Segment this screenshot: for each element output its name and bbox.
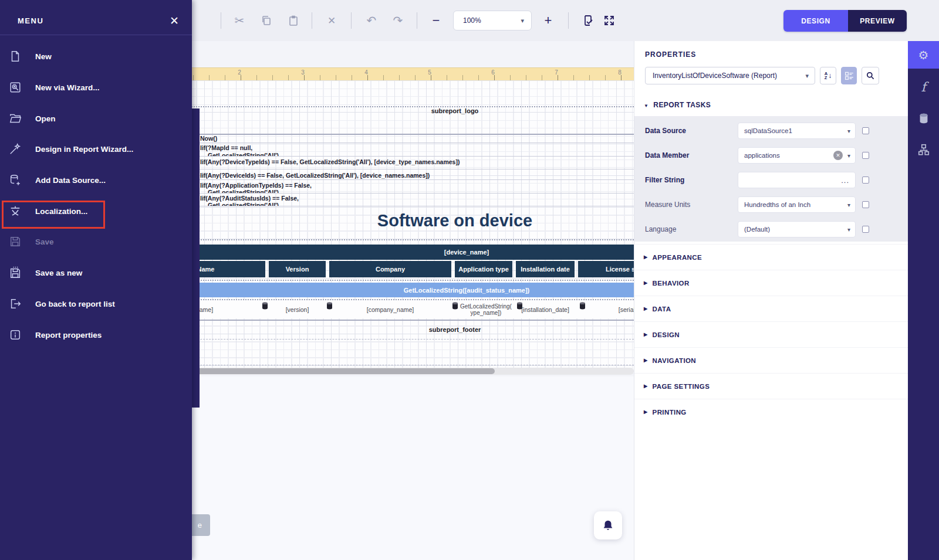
clear-icon[interactable]: ✕ [833,151,843,160]
menu-item-new-via-wizard[interactable]: New via Wizard... [0,75,192,100]
menu-item-label: Save [35,237,54,246]
formula-mapid[interactable]: Iif(?MapId == null, [200,144,252,151]
triangle-right-icon: ▶ [644,254,648,260]
field-company-name: [company_name] [367,306,414,313]
delete-button[interactable]: ✕ [322,11,342,30]
section-appearance[interactable]: ▶APPEARANCE [634,244,908,270]
control-selector-value: InventoryListOfDeviceSoftware (Report) [646,72,805,80]
scrollbar-thumb[interactable] [195,368,495,374]
field-row-measure-units: Measure Units Hundredths of an Inch ▾ [634,192,908,217]
validate-icon [581,14,594,27]
formula-devices[interactable]: Iif(Any(?DeviceIds) == False, GetLocaliz… [200,172,430,179]
menu-item-design-in-report-wizard[interactable]: Design in Report Wizard... [0,137,192,161]
section-navigation[interactable]: ▶NAVIGATION [634,347,908,373]
section-label: DESIGN [653,331,680,338]
data-source-checkbox[interactable] [862,127,869,134]
zoom-in-button[interactable]: + [538,11,558,30]
data-member-value: applications [738,152,833,159]
chevron-down-icon: ▾ [847,152,855,159]
measure-units-dropdown[interactable]: Hundredths of an Inch ▾ [738,196,856,213]
column-header-company: Company [376,266,405,273]
bell-icon [602,519,614,532]
language-dropdown[interactable]: (Default) ▾ [738,221,856,237]
redo-button[interactable]: ↷ [388,11,408,30]
menu-item-add-data-source[interactable]: Add Data Source... [0,168,192,192]
section-design[interactable]: ▶DESIGN [634,321,908,347]
chevron-down-icon: ▾ [847,128,855,134]
categorized-view-button[interactable] [841,67,857,84]
formula-now[interactable]: Now() [200,135,217,142]
data-source-label: Data Source [645,118,686,143]
section-printing[interactable]: ▶PRINTING [634,399,908,425]
design-tab[interactable]: DESIGN [783,10,848,32]
measure-units-label: Measure Units [645,192,690,217]
device-name-field: [device_name] [444,249,489,256]
formula-devicetypes[interactable]: Iif(Any(?DeviceTypeIds) == False, GetLoc… [200,158,460,165]
ruler-number: 4 [364,69,368,76]
field-row-filter-string: Filter String ... [634,168,908,192]
search-properties-button[interactable] [862,67,879,84]
control-selector-dropdown[interactable]: InventoryListOfDeviceSoftware (Report) ▾ [645,67,815,84]
notifications-button[interactable] [594,511,622,539]
sort-alphabetical-button[interactable]: AZ ↓ [820,67,836,84]
section-page-settings[interactable]: ▶PAGE SETTINGS [634,373,908,399]
new-wizard-icon [8,80,22,94]
close-icon[interactable]: ✕ [170,14,179,28]
menu-item-localization[interactable]: Localization... [0,199,192,223]
copy-button[interactable] [256,11,276,30]
menu-item-report-properties[interactable]: Report properties [0,323,192,347]
undo-button[interactable]: ↶ [362,11,381,30]
minus-icon: − [433,14,440,27]
chevron-down-icon: ▾ [847,226,855,233]
properties-panel: PROPERTIES InventoryListOfDeviceSoftware… [634,41,908,560]
menu-item-save-as-new[interactable]: Save as new [0,260,192,285]
toolbar-separator [351,12,352,29]
formula-apptypes[interactable]: Iif(Any(?ApplicationTypeIds) == False, [200,182,312,189]
toolbar-separator [568,12,569,29]
language-value: (Default) [738,226,847,233]
report-explorer-tab[interactable] [908,135,939,163]
data-member-checkbox[interactable] [862,152,869,159]
chevron-down-icon: ▾ [847,202,855,208]
hidden-left-button-label: e [198,521,202,530]
save-as-new-icon [8,266,22,280]
paste-button[interactable] [283,11,303,30]
subreport-footer-control[interactable]: subreport_footer [429,326,481,333]
subreport-logo-control[interactable]: subreport_logo [431,107,479,114]
report-tasks-section-header[interactable]: ▼REPORT TASKS [644,101,711,109]
data-source-dropdown[interactable]: sqlDataSource1 ▾ [738,123,856,139]
ellipsis-button[interactable]: ... [841,176,855,185]
function-icon: f [921,80,926,94]
scissors-icon: ✂ [235,15,245,26]
toolbar-separator [417,12,417,29]
fullscreen-button[interactable] [599,11,619,30]
menu-item-go-back-to-report-list[interactable]: Go back to report list [0,291,192,316]
triangle-right-icon: ▶ [644,280,648,286]
properties-tab[interactable]: ⚙ [908,41,939,69]
cut-button[interactable]: ✂ [229,11,249,30]
section-label: BEHAVIOR [653,280,690,287]
preview-tab[interactable]: PREVIEW [848,10,907,32]
validate-button[interactable] [577,11,597,30]
formula-auditstatus[interactable]: Iif(Any(?AuditStatusIds) == False, [200,195,299,202]
menu-item-save: Save [0,229,192,254]
language-checkbox[interactable] [862,226,869,233]
menu-item-new[interactable]: New [0,44,192,69]
zoom-out-button[interactable]: − [426,11,446,30]
section-behavior[interactable]: ▶BEHAVIOR [634,270,908,296]
data-member-dropdown[interactable]: applications ✕ ▾ [738,147,856,164]
menu-item-label: Localization... [35,207,87,216]
menu-item-open[interactable]: Open [0,106,192,131]
filter-string-checkbox[interactable] [862,177,869,184]
save-icon [8,235,22,249]
zoom-level-dropdown[interactable]: 100% ▾ [453,11,532,30]
mode-toggle: DESIGN PREVIEW [783,10,907,32]
report-tasks-label: REPORT TASKS [653,101,711,109]
section-data[interactable]: ▶DATA [634,296,908,321]
horizontal-scrollbar[interactable] [194,368,634,375]
filter-string-input[interactable]: ... [738,172,856,188]
field-list-tab[interactable] [908,104,939,132]
measure-units-checkbox[interactable] [862,201,869,208]
expressions-tab[interactable]: f [908,73,939,101]
report-title-control[interactable]: Software on device [377,211,532,230]
